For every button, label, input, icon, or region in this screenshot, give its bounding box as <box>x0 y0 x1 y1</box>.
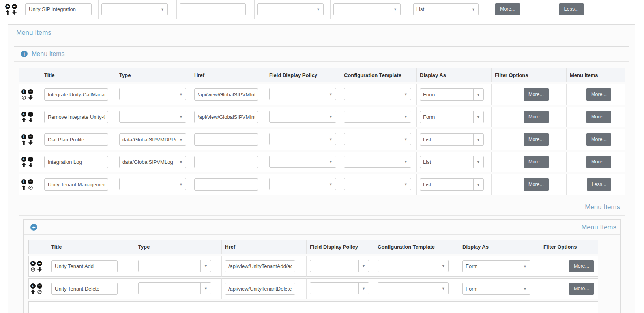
display-as-select[interactable]: Form▼ <box>420 111 484 123</box>
menu-items-more-button[interactable]: More... <box>586 133 611 146</box>
add-row-icon[interactable]: + <box>21 112 26 117</box>
add-menu-item-icon[interactable]: + <box>30 224 37 231</box>
remove-row-icon[interactable]: − <box>37 261 42 266</box>
href-input[interactable] <box>194 133 258 146</box>
type-select[interactable]: ▼ <box>119 111 186 123</box>
type-select[interactable]: ▼ <box>101 3 168 15</box>
move-up-icon[interactable] <box>31 289 35 294</box>
display-as-select[interactable]: Form▼ <box>420 88 484 101</box>
type-select[interactable]: ▼ <box>119 178 186 190</box>
type-select[interactable]: ▼ <box>138 282 211 294</box>
menu-items-more-button[interactable]: More... <box>586 156 611 168</box>
field-display-policy-select[interactable]: ▼ <box>269 156 336 168</box>
filter-options-more-button[interactable]: More... <box>524 111 549 123</box>
remove-row-icon[interactable]: − <box>12 4 17 9</box>
field-display-policy-select[interactable]: ▼ <box>269 111 336 123</box>
field-display-policy-select[interactable]: ▼ <box>269 178 336 190</box>
field-display-policy-select[interactable]: ▼ <box>257 3 324 15</box>
add-row-icon[interactable]: + <box>30 261 36 266</box>
href-input[interactable] <box>225 260 295 272</box>
remove-row-icon[interactable]: − <box>28 157 33 162</box>
move-down-icon[interactable] <box>28 118 33 122</box>
display-as-select[interactable]: Form▼ <box>462 283 530 295</box>
remove-row-icon[interactable]: − <box>28 134 33 139</box>
href-input[interactable] <box>194 88 258 101</box>
move-up-icon[interactable] <box>22 118 26 122</box>
menu-items-less-button[interactable]: Less... <box>587 178 611 191</box>
remove-row-icon[interactable]: − <box>28 179 33 184</box>
type-select[interactable]: ▼ <box>119 88 186 100</box>
move-down-icon[interactable] <box>37 267 42 272</box>
add-row-icon[interactable]: + <box>5 4 10 9</box>
move-down-icon[interactable] <box>28 140 33 145</box>
column-header-href: Href <box>191 68 266 82</box>
menu-items-less-button[interactable]: Less... <box>559 3 584 15</box>
href-input[interactable] <box>194 111 258 123</box>
display-as-select[interactable]: List▼ <box>420 156 484 168</box>
type-select[interactable]: data/GlobalSIPVMDPPro▼ <box>119 133 186 146</box>
display-as-select[interactable]: List ▼ <box>413 3 479 15</box>
add-row-icon[interactable]: + <box>21 157 26 162</box>
configuration-template-select[interactable]: ▼ <box>378 282 449 294</box>
display-as-select[interactable]: Form▼ <box>462 260 530 272</box>
menu-title-input[interactable] <box>25 3 92 15</box>
title-input[interactable] <box>44 133 108 146</box>
move-up-icon[interactable] <box>22 140 26 145</box>
filter-options-more-button[interactable]: More... <box>569 283 594 295</box>
menu-items-more-button[interactable]: More... <box>586 88 611 101</box>
configuration-template-select[interactable]: ▼ <box>344 133 411 145</box>
move-down-icon[interactable] <box>28 163 33 167</box>
configuration-template-select[interactable]: ▼ <box>344 178 411 190</box>
title-input[interactable] <box>44 178 108 191</box>
title-input[interactable] <box>44 111 108 123</box>
field-display-policy-select[interactable]: ▼ <box>269 88 336 100</box>
remove-row-icon[interactable]: − <box>37 283 42 289</box>
chevron-down-icon: ▼ <box>390 4 400 15</box>
title-input[interactable] <box>51 260 118 272</box>
chevron-down-icon: ▼ <box>200 260 211 272</box>
add-row-icon[interactable]: + <box>21 134 26 139</box>
configuration-template-select[interactable]: ▼ <box>344 88 411 100</box>
title-input[interactable] <box>44 88 108 101</box>
type-select[interactable]: data/GlobalSIPVMLog▼ <box>119 156 186 168</box>
href-input[interactable] <box>194 178 258 191</box>
title-input[interactable] <box>51 283 118 295</box>
configuration-template-select[interactable]: ▼ <box>378 260 449 272</box>
filter-options-more-button[interactable]: More... <box>524 133 549 146</box>
add-row-icon[interactable]: + <box>21 179 26 184</box>
menu-items-more-button[interactable]: More... <box>586 111 611 123</box>
add-row-icon[interactable]: + <box>21 89 26 94</box>
configuration-template-select[interactable]: ▼ <box>344 156 411 168</box>
chevron-down-icon: ▼ <box>401 88 411 100</box>
filter-options-more-button[interactable]: More... <box>524 88 549 101</box>
title-input[interactable] <box>44 156 108 168</box>
nested-add-header: + Menu Items <box>24 220 620 235</box>
display-as-select[interactable]: List▼ <box>420 178 484 191</box>
menu-items-inner-panel: + Menu Items Title Type Href Field Displ… <box>14 46 629 313</box>
move-up-icon[interactable] <box>22 185 26 190</box>
remove-row-icon[interactable]: − <box>28 112 33 117</box>
href-input[interactable] <box>194 156 258 168</box>
filter-options-more-button[interactable]: More... <box>524 178 549 191</box>
move-down-icon[interactable] <box>12 10 17 15</box>
field-display-policy-select[interactable]: ▼ <box>310 282 369 294</box>
remove-row-icon[interactable]: − <box>28 89 33 94</box>
table-header-row: Title Type Href Field Display Policy Con… <box>28 240 598 254</box>
field-display-policy-select[interactable]: ▼ <box>269 133 336 145</box>
field-display-policy-select[interactable]: ▼ <box>310 260 369 272</box>
type-select[interactable]: ▼ <box>138 260 211 272</box>
add-menu-item-icon[interactable]: + <box>21 51 28 57</box>
filter-options-more-button[interactable]: More... <box>524 156 549 168</box>
configuration-template-select[interactable]: ▼ <box>344 111 411 123</box>
move-up-icon[interactable] <box>22 163 26 167</box>
filter-options-more-button[interactable]: More... <box>569 260 594 272</box>
chevron-down-icon: ▼ <box>473 111 483 123</box>
href-input[interactable] <box>225 283 295 295</box>
filter-options-more-button[interactable]: More... <box>495 3 520 15</box>
add-row-icon[interactable]: + <box>30 283 36 289</box>
display-as-select[interactable]: List▼ <box>420 133 484 146</box>
href-input[interactable] <box>180 3 246 15</box>
configuration-template-select[interactable]: ▼ <box>333 3 401 15</box>
move-up-icon[interactable] <box>6 10 10 15</box>
move-down-icon[interactable] <box>28 95 33 100</box>
